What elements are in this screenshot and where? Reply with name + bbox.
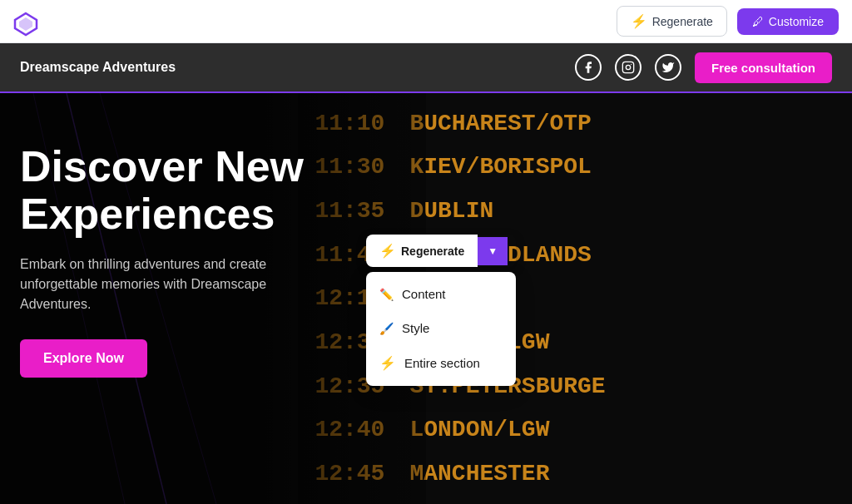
- floating-regenerate-button[interactable]: ⚡ Regenerate: [366, 235, 478, 267]
- svg-rect-2: [622, 62, 633, 72]
- bolt-section-icon: ⚡: [379, 355, 396, 371]
- logo-icon: [13, 12, 38, 40]
- dropdown-style-label: Style: [402, 321, 429, 335]
- floating-regen-chevron[interactable]: ▼: [478, 237, 508, 265]
- free-consultation-button[interactable]: Free consultation: [695, 52, 832, 83]
- navbar: Dreamscape Adventures Free consultation: [0, 43, 852, 93]
- floating-regen-button-group: ⚡ Regenerate ▼: [366, 235, 516, 267]
- toolbar: ⚡ Regenerate 🖊 Customize: [0, 0, 852, 43]
- explore-now-button[interactable]: Explore Now: [20, 339, 147, 378]
- svg-marker-1: [19, 17, 32, 31]
- bolt-icon: ⚡: [631, 13, 647, 29]
- regen-dropdown-menu: ✏️ Content 🖌️ Style ⚡ Entire section: [366, 272, 516, 386]
- facebook-icon[interactable]: [575, 54, 602, 81]
- instagram-icon[interactable]: [615, 54, 641, 81]
- twitter-icon[interactable]: [655, 54, 681, 81]
- hero-subtitle: Embark on thrilling adventures and creat…: [20, 254, 286, 314]
- svg-point-3: [626, 65, 630, 69]
- hero-content: Discover New Experiences Embark on thril…: [20, 143, 336, 378]
- chevron-down-icon: ▼: [488, 245, 498, 257]
- hero-section: 11:10 BUCHAREST/OTP 11:30 KIEV/BORISPOL …: [0, 93, 852, 504]
- floating-regenerate: ⚡ Regenerate ▼ ✏️ Content 🖌️ Style ⚡ Ent…: [366, 235, 516, 386]
- regenerate-button[interactable]: ⚡ Regenerate: [617, 6, 727, 37]
- dropdown-item-content[interactable]: ✏️ Content: [366, 277, 516, 311]
- hero-title: Discover New Experiences: [20, 143, 336, 238]
- customize-label: Customize: [769, 15, 824, 28]
- bolt-icon: ⚡: [379, 243, 396, 259]
- floating-regen-label: Regenerate: [401, 245, 464, 258]
- dropdown-item-entire-section[interactable]: ⚡ Entire section: [366, 345, 516, 381]
- dropdown-entire-section-label: Entire section: [404, 356, 480, 370]
- nav-right: Free consultation: [575, 52, 832, 83]
- customize-button[interactable]: 🖊 Customize: [737, 8, 839, 35]
- dropdown-content-label: Content: [402, 287, 446, 301]
- svg-point-4: [631, 64, 632, 65]
- dropdown-item-style[interactable]: 🖌️ Style: [366, 311, 516, 345]
- regenerate-label: Regenerate: [652, 15, 713, 28]
- nav-brand: Dreamscape Adventures: [20, 60, 176, 75]
- wand-icon: 🖊: [752, 15, 764, 28]
- brush-icon: 🖌️: [379, 322, 394, 335]
- pencil-icon: ✏️: [379, 288, 394, 301]
